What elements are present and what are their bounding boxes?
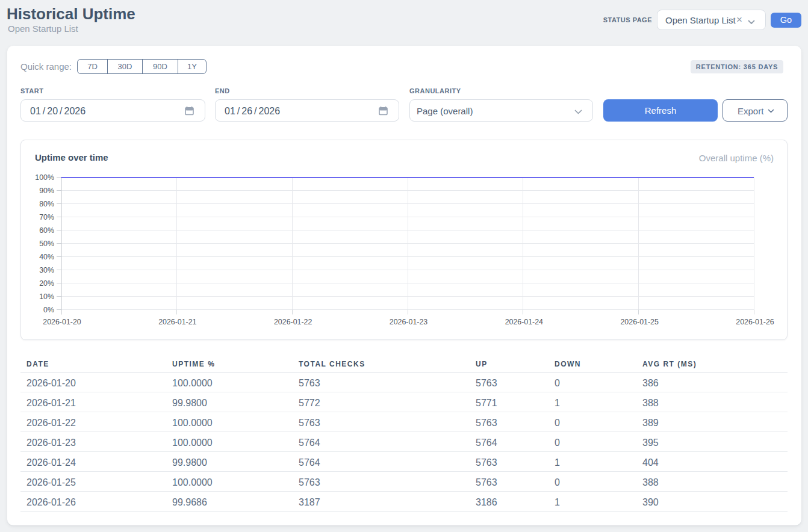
svg-text:2026-01-21: 2026-01-21	[158, 318, 196, 326]
svg-text:10%: 10%	[39, 292, 54, 301]
svg-text:2026-01-23: 2026-01-23	[390, 318, 427, 326]
svg-text:20%: 20%	[39, 279, 54, 288]
svg-text:100%: 100%	[35, 173, 54, 182]
svg-text:2026-01-26: 2026-01-26	[736, 318, 774, 326]
svg-text:30%: 30%	[39, 266, 54, 274]
svg-text:80%: 80%	[39, 200, 54, 208]
svg-text:90%: 90%	[39, 187, 54, 195]
svg-text:2026-01-24: 2026-01-24	[505, 318, 543, 326]
svg-text:60%: 60%	[39, 226, 54, 235]
svg-text:2026-01-20: 2026-01-20	[43, 318, 81, 326]
svg-text:50%: 50%	[39, 240, 54, 248]
svg-text:2026-01-25: 2026-01-25	[620, 318, 658, 326]
svg-text:40%: 40%	[39, 253, 54, 261]
svg-text:2026-01-22: 2026-01-22	[274, 318, 312, 326]
svg-text:0%: 0%	[43, 306, 54, 314]
svg-text:70%: 70%	[39, 213, 54, 221]
